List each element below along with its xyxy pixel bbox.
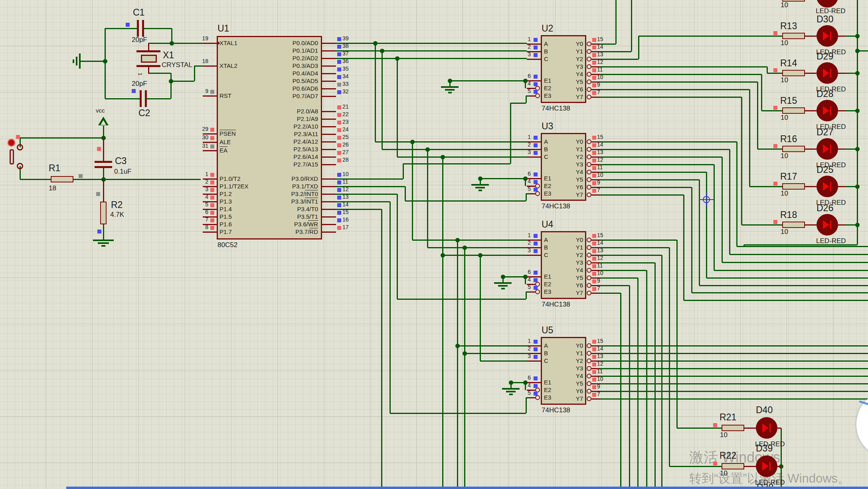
wire-green: [390, 202, 391, 413]
ground-icon: [494, 282, 512, 284]
component-R22[interactable]: [722, 463, 744, 469]
net-marker-red: [337, 151, 341, 155]
bottom-row-res-ref: R21: [720, 412, 736, 423]
wire-green: [600, 156, 722, 158]
pin-number: 1: [519, 36, 531, 42]
led-row-5-led-ref: D26: [817, 203, 833, 214]
inverting-bubble-icon: [587, 64, 591, 69]
component-R16[interactable]: [782, 146, 805, 152]
net-marker-red: [592, 68, 596, 72]
pin-number: 5: [519, 390, 531, 396]
component-D29[interactable]: [817, 62, 838, 84]
wire-junction: [103, 59, 107, 63]
led-row-0-res-ref: R13: [780, 21, 797, 32]
wire-junction: [855, 34, 860, 38]
wire-green: [600, 141, 737, 143]
net-marker-blue: [534, 46, 538, 49]
wire-red: [322, 156, 336, 158]
wire-junction: [463, 245, 467, 250]
component-D40[interactable]: [756, 417, 777, 439]
wire-green: [526, 96, 527, 103]
wire-green: [600, 97, 741, 98]
component-R1[interactable]: [51, 176, 73, 182]
component-D39[interactable]: [756, 455, 777, 477]
net-marker-red: [592, 279, 596, 283]
pin-name: Y1: [544, 244, 583, 251]
net-marker-red: [713, 423, 717, 427]
net-marker-blue: [534, 384, 538, 388]
component-D30[interactable]: [817, 25, 838, 47]
led-row-3-res-value: 10: [781, 152, 788, 160]
wire-green: [620, 293, 621, 489]
pin-number: 1: [519, 338, 531, 344]
pin-name: Y2: [544, 153, 583, 160]
net-marker-blue: [337, 90, 341, 94]
component-X1-crystal[interactable]: [141, 55, 157, 63]
pin-number: 18: [191, 58, 208, 64]
wire-red: [203, 43, 217, 44]
ground-icon: [502, 388, 520, 390]
wire-junction: [855, 71, 860, 75]
component-R15[interactable]: [782, 107, 805, 114]
wire-red: [322, 232, 336, 233]
pin-number: 23: [342, 119, 349, 125]
pin-number: 28: [342, 156, 349, 163]
net-marker-blue: [534, 38, 538, 42]
net-marker-red: [592, 91, 596, 95]
component-button[interactable]: [10, 149, 14, 164]
schematic-canvas[interactable]: 激活 Windows 转到“设置”以激活 Windows。 U180C5219X…: [0, 0, 868, 489]
wire-green: [382, 149, 527, 150]
inverting-bubble-icon: [587, 283, 591, 288]
pin-number: 3: [519, 51, 531, 57]
wire-green: [405, 186, 406, 201]
wire-red: [203, 95, 217, 97]
component-D28[interactable]: [817, 100, 838, 121]
pin-number: 6: [519, 170, 531, 177]
component-R2[interactable]: [100, 202, 107, 224]
wire-green: [767, 67, 768, 73]
ground-icon: [498, 285, 508, 287]
wire-green: [699, 285, 868, 286]
net-marker-red: [210, 136, 214, 140]
component-R17[interactable]: [782, 183, 805, 190]
pin-name: Y3: [544, 63, 583, 70]
crystal-plate: [136, 65, 160, 67]
net-marker-gray: [96, 192, 100, 196]
component-R18[interactable]: [782, 222, 805, 228]
component-R14[interactable]: [782, 70, 805, 76]
pin-name: P0.0/AD0: [219, 40, 318, 46]
decoder-part: 74HC138: [542, 105, 570, 113]
component-R21[interactable]: [722, 425, 744, 431]
wire-green: [510, 103, 511, 164]
wire-red: [322, 43, 336, 44]
component-top-partial-led[interactable]: [817, 0, 838, 8]
pin-name: P0.6/AD6: [219, 85, 318, 92]
pin-number: 9: [191, 88, 208, 94]
wire-red: [322, 149, 336, 150]
net-marker-red: [592, 362, 596, 366]
inverting-bubble-icon: [587, 177, 591, 182]
c2-plate: [140, 90, 142, 107]
net-marker-red: [210, 218, 214, 222]
pin-number: 15: [597, 338, 603, 344]
pin-name: Y0: [544, 40, 583, 47]
component-D26[interactable]: [817, 214, 838, 236]
inverting-bubble-icon: [587, 154, 591, 159]
wire-green: [676, 240, 678, 428]
component-R13[interactable]: [782, 33, 805, 39]
net-marker-red: [592, 83, 596, 87]
u1-ref: U1: [217, 23, 229, 34]
pin-number: 1: [519, 134, 531, 140]
wire-green: [741, 97, 742, 225]
c2-plate: [145, 90, 147, 107]
wire-green: [105, 28, 106, 99]
component-D27[interactable]: [817, 138, 838, 160]
taskbar-sliver[interactable]: [66, 487, 868, 489]
component-D25[interactable]: [817, 176, 838, 197]
wire-red: [322, 186, 336, 187]
led-row-2-res-ref: R15: [780, 95, 797, 106]
pin-number: 7: [597, 187, 600, 193]
wire-junction: [441, 155, 445, 159]
inverting-bubble-icon: [587, 95, 591, 99]
button-actuator-icon[interactable]: [8, 139, 15, 146]
